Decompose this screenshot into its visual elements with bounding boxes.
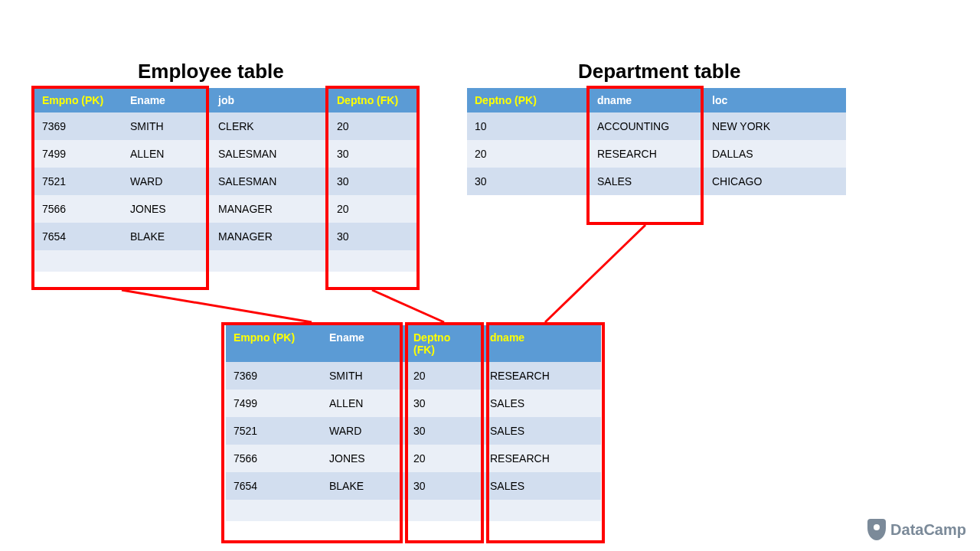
- table-cell: CHICAGO: [704, 168, 846, 195]
- table-cell: 30: [329, 168, 417, 195]
- joined-header-deptno: Deptno (FK): [406, 325, 482, 362]
- table-cell: [482, 500, 601, 521]
- table-cell: [226, 500, 322, 521]
- employee-header-ename: Ename: [122, 88, 211, 112]
- table-cell: RESEARCH: [482, 445, 601, 472]
- joined-header-ename: Ename: [322, 325, 406, 362]
- table-cell: JONES: [122, 195, 211, 223]
- table-cell: 7566: [34, 195, 122, 223]
- table-cell: 7369: [34, 112, 122, 140]
- table-cell: DALLAS: [704, 140, 846, 168]
- table-cell: SALESMAN: [211, 140, 329, 168]
- table-cell: CLERK: [211, 112, 329, 140]
- employee-header-job: job: [211, 88, 329, 112]
- table-cell: SALES: [590, 168, 704, 195]
- table-cell: 30: [467, 168, 590, 195]
- table-cell: 7654: [226, 472, 322, 500]
- svg-line-0: [122, 290, 312, 322]
- table-cell: SALES: [482, 390, 601, 417]
- employee-table-title: Employee table: [138, 60, 284, 83]
- table-cell: 10: [467, 112, 590, 140]
- employee-header-deptno: Deptno (FK): [329, 88, 417, 112]
- table-cell: 20: [406, 362, 482, 390]
- table-cell: 7521: [226, 417, 322, 445]
- table-cell: 7521: [34, 168, 122, 195]
- table-cell: WARD: [122, 168, 211, 195]
- table-cell: [211, 250, 329, 272]
- shield-icon: [867, 519, 886, 540]
- table-cell: BLAKE: [322, 472, 406, 500]
- table-cell: SMITH: [122, 112, 211, 140]
- table-row: 7521WARD30SALES: [226, 417, 601, 445]
- table-cell: 20: [329, 195, 417, 223]
- table-cell: SMITH: [322, 362, 406, 390]
- table-cell: 7499: [226, 390, 322, 417]
- table-cell: [322, 500, 406, 521]
- table-row: [34, 250, 417, 272]
- table-cell: 7499: [34, 140, 122, 168]
- table-cell: WARD: [322, 417, 406, 445]
- table-row: 7654BLAKEMANAGER30: [34, 223, 417, 250]
- table-cell: RESEARCH: [590, 140, 704, 168]
- department-header-dname: dname: [590, 88, 704, 112]
- table-cell: SALES: [482, 472, 601, 500]
- table-row: 7499ALLENSALESMAN30: [34, 140, 417, 168]
- table-row: 10ACCOUNTINGNEW YORK: [467, 112, 846, 140]
- table-cell: 30: [406, 472, 482, 500]
- table-cell: 20: [329, 112, 417, 140]
- table-cell: 20: [406, 445, 482, 472]
- table-row: 7566JONESMANAGER20: [34, 195, 417, 223]
- table-cell: RESEARCH: [482, 362, 601, 390]
- table-row: [226, 500, 601, 521]
- joined-header-empno: Empno (PK): [226, 325, 322, 362]
- department-table-title: Department table: [578, 60, 740, 83]
- svg-line-2: [545, 225, 645, 322]
- table-cell: 7654: [34, 223, 122, 250]
- employee-table: Empno (PK) Ename job Deptno (FK) 7369SMI…: [34, 88, 417, 272]
- department-table: Deptno (PK) dname loc 10ACCOUNTINGNEW YO…: [467, 88, 846, 195]
- table-cell: [34, 250, 122, 272]
- table-cell: 30: [406, 417, 482, 445]
- table-cell: MANAGER: [211, 223, 329, 250]
- table-row: 7654BLAKE30SALES: [226, 472, 601, 500]
- table-cell: 30: [406, 390, 482, 417]
- table-cell: 30: [329, 140, 417, 168]
- table-cell: [406, 500, 482, 521]
- table-cell: 30: [329, 223, 417, 250]
- table-cell: ALLEN: [322, 390, 406, 417]
- table-row: 7566JONES20RESEARCH: [226, 445, 601, 472]
- table-cell: ACCOUNTING: [590, 112, 704, 140]
- joined-header-dname: dname: [482, 325, 601, 362]
- table-row: 7369SMITHCLERK20: [34, 112, 417, 140]
- table-cell: NEW YORK: [704, 112, 846, 140]
- brand-label: DataCamp: [890, 521, 966, 539]
- table-cell: ALLEN: [122, 140, 211, 168]
- table-row: 20RESEARCHDALLAS: [467, 140, 846, 168]
- department-header-loc: loc: [704, 88, 846, 112]
- employee-header-empno: Empno (PK): [34, 88, 122, 112]
- table-cell: [122, 250, 211, 272]
- table-cell: 7369: [226, 362, 322, 390]
- table-cell: JONES: [322, 445, 406, 472]
- table-cell: SALESMAN: [211, 168, 329, 195]
- joined-table: Empno (PK) Ename Deptno (FK) dname 7369S…: [226, 325, 601, 521]
- table-cell: SALES: [482, 417, 601, 445]
- table-cell: MANAGER: [211, 195, 329, 223]
- table-row: 7369SMITH20RESEARCH: [226, 362, 601, 390]
- table-cell: 20: [467, 140, 590, 168]
- department-header-deptno: Deptno (PK): [467, 88, 590, 112]
- table-cell: BLAKE: [122, 223, 211, 250]
- table-row: 7521WARDSALESMAN30: [34, 168, 417, 195]
- brand-logo: DataCamp: [867, 519, 966, 540]
- table-cell: [329, 250, 417, 272]
- table-cell: 7566: [226, 445, 322, 472]
- table-row: 7499ALLEN30SALES: [226, 390, 601, 417]
- svg-line-1: [372, 290, 444, 322]
- table-row: 30SALESCHICAGO: [467, 168, 846, 195]
